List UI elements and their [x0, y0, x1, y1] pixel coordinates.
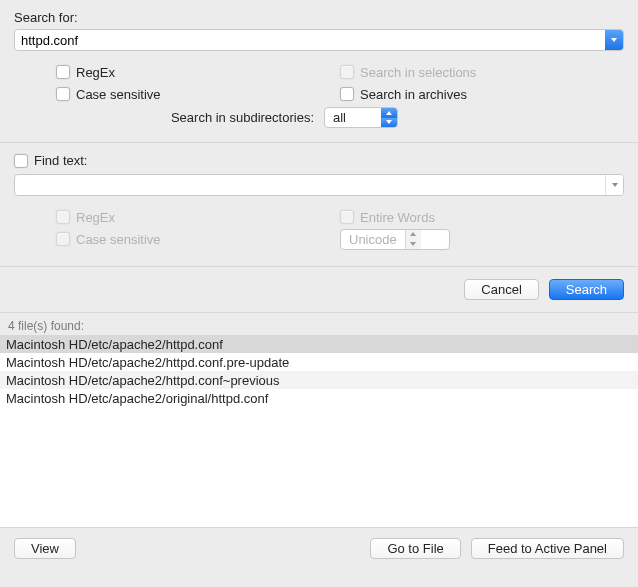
result-row[interactable]: Macintosh HD/etc/apache2/httpd.conf.pre-…: [0, 353, 638, 371]
subdir-label: Search in subdirectories:: [14, 110, 314, 125]
case-label: Case sensitive: [76, 87, 161, 102]
search-options: RegEx Case sensitive Search in selection…: [14, 61, 624, 105]
selections-checkbox: [340, 65, 354, 79]
result-row[interactable]: Macintosh HD/etc/apache2/original/httpd.…: [0, 389, 638, 407]
dropdown-icon[interactable]: [605, 30, 623, 50]
subdir-select[interactable]: all: [324, 107, 398, 128]
dropdown-icon[interactable]: [605, 175, 623, 195]
view-button[interactable]: View: [14, 538, 76, 559]
regex-checkbox[interactable]: [56, 65, 70, 79]
search-for-input[interactable]: [15, 30, 605, 50]
archives-checkbox[interactable]: [340, 87, 354, 101]
find-case-label: Case sensitive: [76, 232, 161, 247]
entire-words-label: Entire Words: [360, 210, 435, 225]
results-list: Macintosh HD/etc/apache2/httpd.conf Maci…: [0, 335, 638, 407]
find-regex-checkbox: [56, 210, 70, 224]
feed-to-panel-button[interactable]: Feed to Active Panel: [471, 538, 624, 559]
stepper-icon[interactable]: [381, 108, 397, 127]
selections-label: Search in selections: [360, 65, 476, 80]
find-text-checkbox[interactable]: [14, 154, 28, 168]
entire-words-checkbox: [340, 210, 354, 224]
encoding-select: Unicode: [340, 229, 450, 250]
case-checkbox[interactable]: [56, 87, 70, 101]
results-count: 4 file(s) found:: [0, 312, 638, 335]
result-row[interactable]: Macintosh HD/etc/apache2/httpd.conf~prev…: [0, 371, 638, 389]
subdir-value: all: [325, 110, 381, 125]
find-text-section: Find text: RegEx Case sensitive Entire W…: [0, 143, 638, 258]
search-for-section: Search for: RegEx Case sensitive Search …: [0, 0, 638, 134]
find-options: RegEx Case sensitive Entire Words Unicod…: [14, 206, 624, 250]
results-empty-area: [0, 407, 638, 527]
encoding-value: Unicode: [341, 232, 405, 247]
find-text-label: Find text:: [34, 153, 87, 168]
search-button[interactable]: Search: [549, 279, 624, 300]
result-row[interactable]: Macintosh HD/etc/apache2/httpd.conf: [0, 335, 638, 353]
find-text-combo[interactable]: [14, 174, 624, 196]
cancel-button[interactable]: Cancel: [464, 279, 538, 300]
find-regex-label: RegEx: [76, 210, 115, 225]
go-to-file-button[interactable]: Go to File: [370, 538, 460, 559]
action-buttons: Cancel Search: [0, 267, 638, 312]
search-for-label: Search for:: [14, 10, 624, 25]
bottom-bar: View Go to File Feed to Active Panel: [0, 527, 638, 569]
find-case-checkbox: [56, 232, 70, 246]
find-text-input[interactable]: [15, 175, 605, 195]
regex-label: RegEx: [76, 65, 115, 80]
search-for-combo[interactable]: [14, 29, 624, 51]
stepper-icon: [405, 230, 421, 249]
archives-label: Search in archives: [360, 87, 467, 102]
